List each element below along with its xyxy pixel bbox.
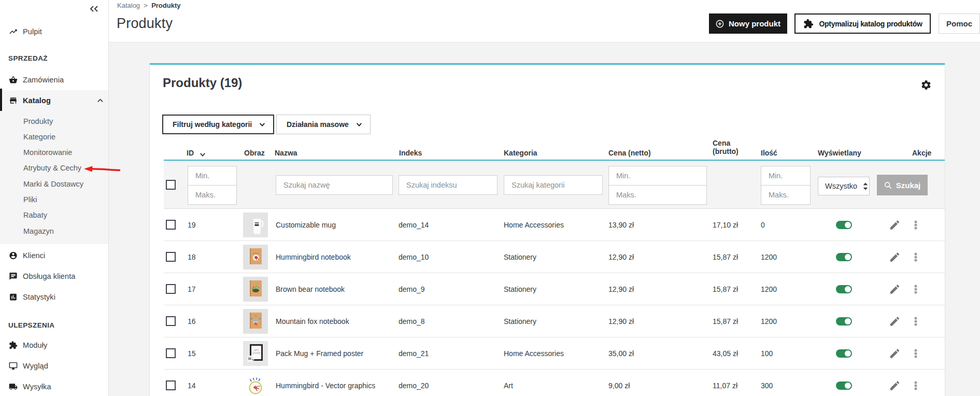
svg-text:GOOD: GOOD bbox=[252, 351, 261, 355]
